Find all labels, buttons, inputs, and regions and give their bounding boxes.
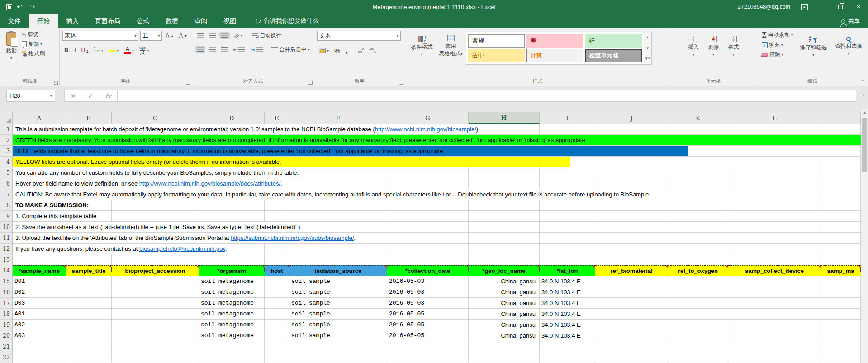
cell-L11[interactable] <box>728 233 821 244</box>
cell-G16[interactable]: 2016-05-03 <box>387 287 469 298</box>
cell-C17[interactable] <box>112 298 199 309</box>
cell-B16[interactable] <box>66 287 112 298</box>
row-header-7[interactable]: 7 <box>0 189 13 200</box>
cell-style-calc[interactable]: 计算 <box>526 49 583 62</box>
cell-E15[interactable] <box>265 276 289 287</box>
cell-J22[interactable] <box>595 352 668 363</box>
cell-I19[interactable]: 34.0 N 103.4 E <box>540 320 595 330</box>
cell-M1[interactable] <box>821 124 861 135</box>
cell-F13[interactable] <box>289 254 387 265</box>
cell-K21[interactable] <box>668 341 728 352</box>
row-header-12[interactable]: 12 <box>0 244 13 254</box>
cell-A16[interactable]: D02 <box>13 287 66 298</box>
cell-I5[interactable] <box>540 167 595 178</box>
cell-J21[interactable] <box>595 341 668 352</box>
cell-A17[interactable]: D03 <box>13 298 66 309</box>
cell-L7[interactable] <box>728 189 821 200</box>
scroll-up-icon[interactable]: ▲ <box>861 109 868 116</box>
row-header-16[interactable]: 16 <box>0 287 13 298</box>
paste-button[interactable]: 粘贴▾ <box>3 30 20 62</box>
cell-C20[interactable] <box>112 330 199 341</box>
cell-L3[interactable] <box>728 146 821 157</box>
field-header-geo_loc_name[interactable]: *geo_loc_name <box>469 265 540 276</box>
cell-A20[interactable]: A03 <box>13 330 66 341</box>
close-icon[interactable]: ✕ <box>854 3 863 10</box>
row-header-1[interactable]: 1 <box>0 124 13 135</box>
font-size-combo[interactable]: 11▾ <box>140 31 162 41</box>
italic-button[interactable]: I <box>72 46 78 54</box>
increase-indent-button[interactable]: ⇥ <box>249 46 264 53</box>
row-header-4[interactable]: 4 <box>0 157 13 167</box>
cell-M22[interactable] <box>821 352 861 363</box>
cell-H9[interactable] <box>469 211 540 222</box>
cell-H17[interactable]: China: gansu <box>469 298 540 309</box>
cell-K13[interactable] <box>668 254 728 265</box>
cell-K15[interactable] <box>668 276 728 287</box>
cell-F9[interactable] <box>289 211 387 222</box>
row-header-13[interactable]: 13 <box>0 254 13 265</box>
cell-H6[interactable] <box>469 178 540 189</box>
orientation-button[interactable]: ab▾ <box>232 32 244 39</box>
name-box[interactable]: H28▾ <box>6 90 55 102</box>
tab-页面布局[interactable]: 页面布局 <box>87 14 128 28</box>
cell-H5[interactable] <box>469 167 540 178</box>
cell-H21[interactable] <box>469 341 540 352</box>
cell-D16[interactable]: soil metagenome <box>199 287 265 298</box>
cell-M3[interactable] <box>821 146 861 157</box>
cell-L21[interactable] <box>728 341 821 352</box>
cell-K4[interactable] <box>668 157 728 167</box>
cell-J20[interactable] <box>595 330 668 341</box>
tab-文件[interactable]: 文件 <box>0 14 29 28</box>
column-header-H[interactable]: H <box>469 112 540 124</box>
cell-F10[interactable] <box>289 222 387 233</box>
cell-A15[interactable]: D01 <box>13 276 66 287</box>
column-header-C[interactable]: C <box>112 112 199 124</box>
row-header-21[interactable]: 21 <box>0 341 13 352</box>
field-header-isolation_source[interactable]: isolation_source <box>289 265 387 276</box>
column-header-L[interactable]: L <box>728 112 821 124</box>
hyperlink[interactable]: biosamplehelp@ncbi.nlm.nih.gov <box>139 245 225 252</box>
tab-插入[interactable]: 插入 <box>58 14 87 28</box>
cell-I17[interactable]: 34.0 N 103.4 E <box>540 298 595 309</box>
cell-I22[interactable] <box>540 352 595 363</box>
cell-K6[interactable] <box>668 178 728 189</box>
tell-me-box[interactable]: 告诉我你想要做什么 <box>256 14 319 28</box>
cell-I11[interactable] <box>540 233 595 244</box>
cell-J1[interactable] <box>595 124 668 135</box>
cell-I9[interactable] <box>540 211 595 222</box>
cell-L6[interactable] <box>728 178 821 189</box>
cell-style-normal[interactable]: 常规 <box>468 34 525 48</box>
format-as-table-button[interactable]: 套用 表格格式▾ <box>436 30 466 62</box>
font-name-combo[interactable]: 宋体▾ <box>62 31 138 41</box>
cell-I20[interactable]: 34.0 N 103.4 E <box>540 330 595 341</box>
cell-K17[interactable] <box>668 298 728 309</box>
cell-C22[interactable] <box>112 352 199 363</box>
cell-D17[interactable]: soil metagenome <box>199 298 265 309</box>
cell-B18[interactable] <box>66 309 112 320</box>
number-format-combo[interactable]: 文本▾ <box>317 31 401 41</box>
clear-button[interactable]: 清除▾ <box>760 50 795 59</box>
cell-E9[interactable] <box>265 211 289 222</box>
collapse-ribbon-icon[interactable]: ⌃ <box>862 79 865 84</box>
find-select-button[interactable]: 查找和选择▾ <box>832 30 865 62</box>
cell-E13[interactable] <box>265 254 289 265</box>
underline-button[interactable]: U▾ <box>80 46 90 54</box>
scrollbar-thumb[interactable] <box>862 118 867 172</box>
cell-B19[interactable] <box>66 320 112 330</box>
row-header-14[interactable]: 14 <box>0 265 13 276</box>
cell-H11[interactable] <box>469 233 540 244</box>
cell-F12[interactable] <box>289 244 387 254</box>
cell-L8[interactable] <box>728 200 821 211</box>
format-painter-button[interactable]: 格式刷 <box>20 49 47 58</box>
cell-A13[interactable] <box>13 254 66 265</box>
cell-K19[interactable] <box>668 320 728 330</box>
alignment-dialog-launcher[interactable] <box>308 81 313 85</box>
insert-cells-button[interactable]: ← 插入▾ <box>685 30 702 62</box>
cell-C18[interactable] <box>112 309 199 320</box>
field-header-bioproject_accession[interactable]: bioproject_accession <box>112 265 199 276</box>
column-header-K[interactable]: K <box>668 112 728 124</box>
format-cells-button[interactable]: ↔ 格式▾ <box>725 30 742 62</box>
cell-E18[interactable] <box>265 309 289 320</box>
cell-J6[interactable] <box>595 178 668 189</box>
cell-K11[interactable] <box>668 233 728 244</box>
